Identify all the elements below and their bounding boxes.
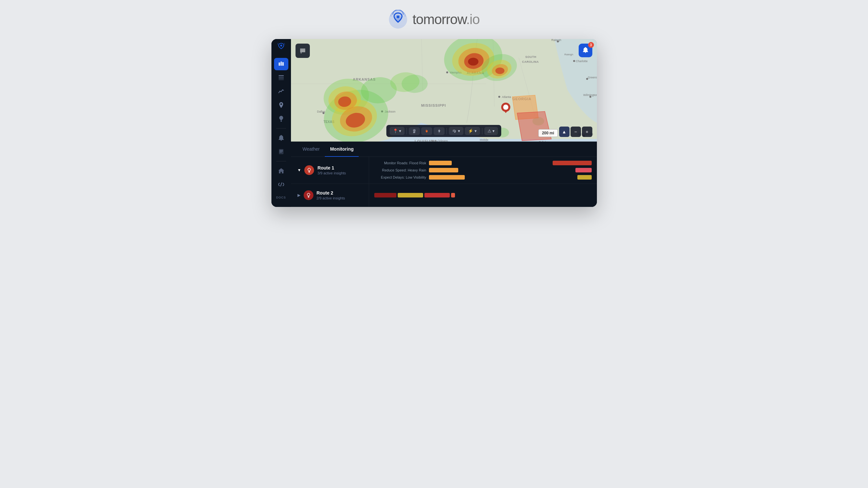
route1-insights: 3/9 active insights xyxy=(317,171,362,175)
sidebar-divider-2 xyxy=(276,161,286,161)
tab-bar: Weather Monitoring xyxy=(291,142,597,157)
svg-rect-15 xyxy=(280,152,282,153)
tab-weather[interactable]: Weather xyxy=(298,142,325,157)
svg-point-102 xyxy=(307,193,310,196)
route1-right: Monitor Roads: Flood Risk Reduce Speed: … xyxy=(369,157,597,184)
map-area: ARKANSAS MISSISSIPPI LOUISIANA ALABAMA G… xyxy=(291,39,597,141)
nav-zoom-out-btn[interactable]: − xyxy=(570,127,581,137)
route1-left: ▼ Route 1 3/9 active insights xyxy=(291,157,369,184)
toolbar-lightning-btn[interactable]: ⚡ ▾ xyxy=(465,127,480,135)
svg-point-86 xyxy=(503,105,508,110)
sidebar-item-home[interactable] xyxy=(274,165,288,177)
insight-vis-label: Expect Delays: Low Visibility xyxy=(374,175,426,179)
bar-rain-orange xyxy=(429,168,458,172)
route2-row: ▶ Route 2 2/9 active insights xyxy=(291,184,597,207)
svg-rect-5 xyxy=(282,62,284,66)
svg-text:SOUTH: SOUTH xyxy=(525,55,536,59)
toolbar-fire-btn[interactable] xyxy=(421,127,432,135)
svg-text:≡: ≡ xyxy=(301,52,302,54)
svg-text:Mobile: Mobile xyxy=(480,138,489,141)
svg-text:New Orleans: New Orleans xyxy=(431,139,448,142)
route2-icon xyxy=(304,190,313,200)
route1-info: Route 1 3/9 active insights xyxy=(317,165,362,175)
svg-text:Raleigh: Raleigh xyxy=(551,39,561,42)
sidebar-docs-label[interactable]: DOCS xyxy=(276,196,286,199)
svg-point-34 xyxy=(498,96,500,98)
map-layer-button[interactable]: ≡ xyxy=(296,43,310,58)
sidebar-item-insights[interactable] xyxy=(274,112,288,125)
svg-rect-92 xyxy=(300,49,305,50)
route2-bar-2 xyxy=(398,193,423,197)
svg-rect-11 xyxy=(281,121,282,122)
sidebar-item-map[interactable] xyxy=(274,58,288,70)
svg-rect-6 xyxy=(279,75,284,76)
svg-rect-9 xyxy=(279,80,284,80)
tab-monitoring[interactable]: Monitoring xyxy=(325,142,359,157)
svg-line-97 xyxy=(414,132,414,133)
route2-insights: 2/9 active insights xyxy=(317,196,362,200)
svg-text:Wilmington: Wilmington xyxy=(583,93,597,97)
svg-rect-8 xyxy=(279,78,284,79)
map-toolbar: 📍 ▾ xyxy=(386,125,501,137)
sidebar-item-table[interactable] xyxy=(274,72,288,84)
route2-right xyxy=(369,184,597,206)
app-header: tomorrow.io xyxy=(388,10,479,29)
bar-rain-coral xyxy=(576,168,592,172)
route2-left: ▶ Route 2 2/9 active insights xyxy=(291,184,369,206)
app-container: DOCS xyxy=(272,39,597,207)
nav-zoom-in-btn[interactable]: + xyxy=(582,127,592,137)
sidebar: DOCS xyxy=(272,39,291,207)
svg-text:Greensboro: Greensboro xyxy=(588,76,597,79)
map-nav-controls: ▲ − + xyxy=(559,127,592,137)
map-scale: 200 mi xyxy=(538,129,558,137)
insight-vis-bars xyxy=(429,175,592,180)
route2-chevron[interactable]: ▶ xyxy=(298,193,301,197)
logo-text: tomorrow.io xyxy=(412,12,479,27)
route1-icon xyxy=(304,165,314,175)
svg-text:MISSISSIPPI: MISSISSIPPI xyxy=(421,103,446,107)
sidebar-item-code[interactable] xyxy=(274,178,288,191)
svg-point-50 xyxy=(573,60,575,62)
toolbar-pin-btn[interactable]: 📍 ▾ xyxy=(390,127,405,135)
svg-line-96 xyxy=(413,132,414,133)
sidebar-item-locations[interactable] xyxy=(274,99,288,111)
sidebar-item-trends[interactable] xyxy=(274,85,288,98)
svg-point-95 xyxy=(413,129,415,132)
svg-rect-14 xyxy=(280,151,283,152)
svg-point-32 xyxy=(446,72,448,73)
toolbar-storm-btn[interactable] xyxy=(434,127,444,135)
svg-text:Tallahassee: Tallahassee xyxy=(539,140,555,142)
svg-text:Raleigh: Raleigh xyxy=(564,53,573,56)
sidebar-divider-1 xyxy=(276,128,286,129)
route2-info: Route 2 2/9 active insights xyxy=(317,190,362,200)
toolbar-alert-btn[interactable]: ⚠ ▾ xyxy=(484,127,498,135)
insight-flood-bars xyxy=(429,161,592,165)
nav-north-btn[interactable]: ▲ xyxy=(559,127,569,137)
insight-heavy-rain: Reduce Speed: Heavy Rain xyxy=(374,168,592,172)
main-content: ARKANSAS MISSISSIPPI LOUISIANA ALABAMA G… xyxy=(291,39,597,207)
insight-flood-label: Monitor Roads: Flood Risk xyxy=(374,161,426,165)
svg-rect-13 xyxy=(280,150,283,151)
svg-point-77 xyxy=(495,68,504,74)
route1-name: Route 1 xyxy=(317,165,362,170)
svg-line-16 xyxy=(281,183,282,187)
notification-button[interactable]: 3 xyxy=(579,43,592,57)
bar-vis-orange xyxy=(429,175,465,180)
insight-flood-risk: Monitor Roads: Flood Risk xyxy=(374,161,592,165)
toolbar-wind-btn[interactable]: ▾ xyxy=(449,127,463,135)
svg-point-68 xyxy=(402,75,428,93)
sidebar-item-alerts[interactable] xyxy=(274,132,288,144)
svg-rect-4 xyxy=(281,62,282,66)
bar-flood-red xyxy=(553,161,592,165)
svg-point-99 xyxy=(308,168,310,171)
svg-rect-3 xyxy=(279,62,280,66)
bar-vis-yellow xyxy=(577,175,592,180)
toolbar-rain-btn[interactable] xyxy=(409,127,420,135)
route1-chevron[interactable]: ▼ xyxy=(298,168,301,172)
svg-text:Dallas: Dallas xyxy=(317,110,326,113)
svg-point-73 xyxy=(468,58,478,66)
insight-rain-label: Reduce Speed: Heavy Rain xyxy=(374,168,426,172)
svg-point-2 xyxy=(280,44,282,46)
sidebar-item-notes[interactable] xyxy=(274,145,288,158)
svg-text:Atlanta: Atlanta xyxy=(502,95,511,99)
